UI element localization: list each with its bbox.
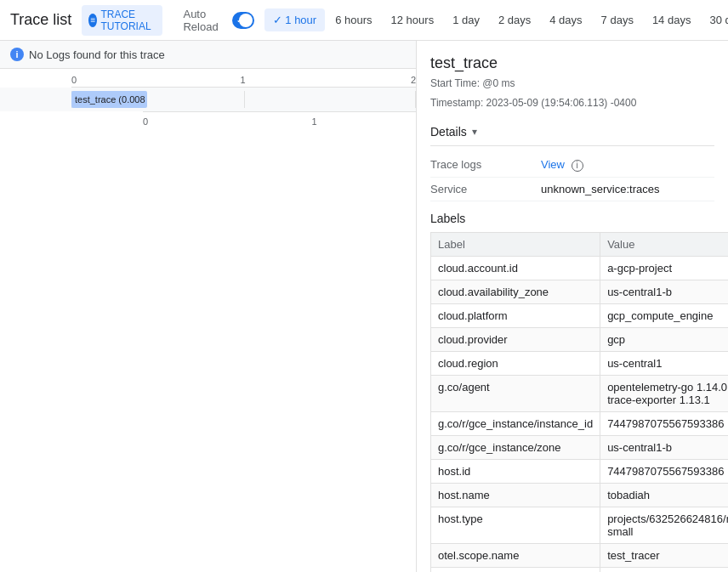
scale-label-0-top: 0 xyxy=(71,75,77,85)
label-cell: host.type xyxy=(431,507,600,543)
value-cell: gcp_compute_engine xyxy=(600,303,728,327)
table-row: g.co/r/gce_instance/instance_id744798707… xyxy=(431,411,729,435)
value-cell: projects/632526624816/machineTypes/e2-sm… xyxy=(600,507,728,543)
details-toggle[interactable]: Details ▾ xyxy=(430,118,714,146)
service-row: Service unknown_service:traces xyxy=(430,178,714,201)
label-cell: g.co/r/gce_instance/zone xyxy=(431,435,600,459)
page-title: Trace list xyxy=(10,11,71,29)
time-btn-14days[interactable]: 14 days xyxy=(644,8,700,31)
info-badge-icon: i xyxy=(572,160,583,172)
value-cell: 7447987075567593386 xyxy=(600,459,728,483)
trace-logs-link[interactable]: View xyxy=(541,158,565,171)
label-cell: cloud.account.id xyxy=(431,256,600,280)
table-row: cloud.account.ida-gcp-project xyxy=(431,256,729,280)
header: Trace list ≡ TRACE TUTORIAL Auto Reload … xyxy=(0,0,728,41)
details-label: Details xyxy=(430,125,467,139)
value-cell: us-central1-b xyxy=(600,280,728,303)
label-cell: g.co/r/gce_instance/instance_id xyxy=(431,411,600,435)
grid-line-1 xyxy=(244,91,245,108)
time-btn-2days[interactable]: 2 days xyxy=(490,8,539,31)
auto-reload-label: Auto Reload xyxy=(183,8,226,33)
table-row: cloud.regionus-central1 xyxy=(431,351,729,375)
trace-tutorial-label: TRACE TUTORIAL xyxy=(100,8,156,32)
trace-name: test_trace xyxy=(430,54,714,72)
value-cell: us-central1-b xyxy=(600,435,728,459)
label-cell: host.name xyxy=(431,483,600,507)
label-cell: cloud.availability_zone xyxy=(431,280,600,303)
label-cell: telemetry.sdk.language xyxy=(431,567,600,572)
main-content: i No Logs found for this trace 0 1 2 xyxy=(0,41,728,572)
value-cell: a-gcp-project xyxy=(600,256,728,280)
scale-label-0-bottom: 0 xyxy=(143,116,148,127)
time-btn-7days[interactable]: 7 days xyxy=(593,8,642,31)
trace-row[interactable]: test_trace (0.008 ms) xyxy=(0,88,416,111)
table-row: host.id7447987075567593386 xyxy=(431,459,729,483)
scale-label-1-top: 1 xyxy=(241,75,246,85)
value-cell: gcp xyxy=(600,327,728,351)
trace-logs-value: View i xyxy=(541,158,583,172)
table-row: host.nametobadiah xyxy=(431,483,729,507)
table-row: telemetry.sdk.languagego xyxy=(431,567,729,572)
label-cell: g.co/agent xyxy=(431,375,600,411)
scale-label-2-top: 2 xyxy=(411,75,416,85)
trace-bar-area: test_trace (0.008 ms) xyxy=(71,91,416,108)
service-key: Service xyxy=(430,183,541,195)
label-cell: host.id xyxy=(431,459,600,483)
table-row: otel.scope.nametest_tracer xyxy=(431,543,729,567)
auto-reload-control: Auto Reload ✓ xyxy=(183,8,253,33)
book-icon: ≡ xyxy=(88,14,97,27)
time-btn-30days[interactable]: 30 days xyxy=(701,8,728,31)
trace-start-time: Start Time: @0 ms xyxy=(430,76,714,92)
right-panel: test_trace Start Time: @0 ms Timestamp: … xyxy=(417,41,728,572)
timeline-area: 0 1 2 test_trace (0.008 ms) xyxy=(0,69,416,572)
table-row: g.co/agentopentelemetry-go 1.14.0; googl… xyxy=(431,375,729,411)
time-btn-1day[interactable]: 1 day xyxy=(444,8,488,31)
trace-timestamp: Timestamp: 2023-05-09 (19:54:06.113) -04… xyxy=(430,95,714,111)
info-message: No Logs found for this trace xyxy=(29,48,165,61)
left-panel: i No Logs found for this trace 0 1 2 xyxy=(0,41,417,572)
value-cell: test_tracer xyxy=(600,543,728,567)
table-row: g.co/r/gce_instance/zoneus-central1-b xyxy=(431,435,729,459)
value-cell: 7447987075567593386 xyxy=(600,411,728,435)
timeline-bottom-scale: 0 1 2 xyxy=(143,111,416,130)
labels-table: Label Value cloud.account.ida-gcp-projec… xyxy=(430,232,728,572)
trace-bar[interactable]: test_trace (0.008 ms) xyxy=(71,91,147,108)
trace-logs-key: Trace logs xyxy=(430,158,541,171)
value-cell: go xyxy=(600,567,728,572)
trace-logs-row: Trace logs View i xyxy=(430,153,714,178)
label-cell: cloud.provider xyxy=(431,327,600,351)
info-bar: i No Logs found for this trace xyxy=(0,41,416,69)
value-cell: tobadiah xyxy=(600,483,728,507)
auto-reload-toggle[interactable]: ✓ xyxy=(232,12,254,29)
table-row: host.typeprojects/632526624816/machineTy… xyxy=(431,507,729,543)
time-btn-4days[interactable]: 4 days xyxy=(541,8,590,31)
table-row: cloud.platformgcp_compute_engine xyxy=(431,303,729,327)
value-cell: opentelemetry-go 1.14.0; google-cloud-tr… xyxy=(600,375,728,411)
trace-bar-label: test_trace (0.008 ms) xyxy=(75,94,147,105)
label-cell: otel.scope.name xyxy=(431,543,600,567)
time-btn-6hours[interactable]: 6 hours xyxy=(327,8,380,31)
info-icon: i xyxy=(10,48,24,61)
chevron-down-icon: ▾ xyxy=(472,126,477,138)
time-range-buttons: 1 hour 6 hours 12 hours 1 day 2 days 4 d… xyxy=(264,8,728,31)
table-row: cloud.availability_zoneus-central1-b xyxy=(431,280,729,303)
label-cell: cloud.platform xyxy=(431,303,600,327)
labels-col-value: Value xyxy=(600,232,728,256)
timeline-top-scale: 0 1 2 xyxy=(71,69,416,88)
time-btn-1hour[interactable]: 1 hour xyxy=(264,8,326,31)
table-row: cloud.providergcp xyxy=(431,327,729,351)
labels-section-header: Labels xyxy=(430,212,714,225)
scale-label-1-bottom: 1 xyxy=(312,116,317,127)
time-btn-12hours[interactable]: 12 hours xyxy=(383,8,443,31)
toggle-check-icon: ✓ xyxy=(236,15,243,25)
labels-col-label: Label xyxy=(431,232,600,256)
trace-tutorial-button[interactable]: ≡ TRACE TUTORIAL xyxy=(82,5,162,36)
value-cell: us-central1 xyxy=(600,351,728,375)
label-cell: cloud.region xyxy=(431,351,600,375)
grid-line-2 xyxy=(415,91,416,108)
service-value: unknown_service:traces xyxy=(541,183,659,195)
